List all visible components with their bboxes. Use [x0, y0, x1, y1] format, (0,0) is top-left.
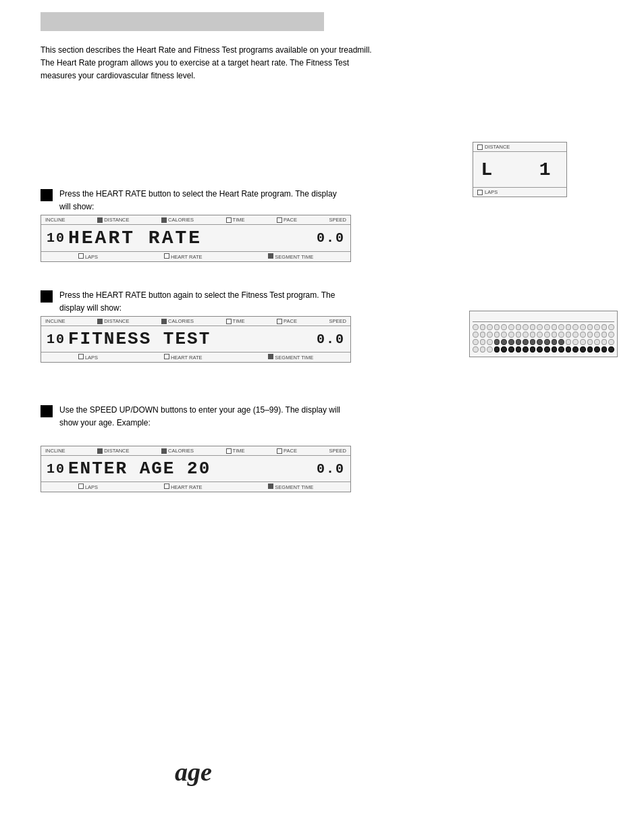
hr-label-1: HEART RATE [171, 254, 203, 260]
led-dot [487, 332, 493, 338]
led-dot [587, 346, 593, 353]
seg-check-1 [268, 253, 273, 259]
distance-check-3 [97, 448, 103, 454]
led-dot [594, 324, 600, 330]
led-dot [594, 346, 600, 353]
header-bar [41, 12, 324, 31]
led-dot [516, 339, 522, 345]
seg-label-3: SEGMENT TIME [275, 484, 313, 490]
section-3-text: Use the SPEED UP/DOWN buttons to enter y… [59, 404, 343, 429]
led-dot [516, 324, 522, 330]
led-dot [566, 332, 572, 338]
incline-label-2: INCLINE [45, 318, 65, 324]
led-dot [501, 346, 507, 353]
led-dot [601, 346, 608, 353]
heart-rate-lcd: INCLINE DISTANCE CALORIES TIME PACE SPEE… [41, 215, 351, 262]
speed-value-3: 0.0 [317, 461, 345, 477]
section-2-text: Press the HEART RATE button again to sel… [59, 289, 343, 315]
distance-check [97, 217, 103, 223]
pace-check-3 [277, 448, 282, 454]
hr-label-2: HEART RATE [171, 355, 203, 361]
seg-label-1: SEGMENT TIME [275, 254, 313, 260]
led-dot [473, 339, 479, 345]
age-label: age [175, 753, 212, 791]
led-dot [537, 324, 543, 330]
distance-laps-lcd: DISTANCE L 1 LAPS [473, 142, 567, 197]
led-dot [552, 346, 558, 353]
main-display-2: FITNESS TEST [68, 329, 317, 349]
speed-label-top-3: SPEED [329, 448, 346, 454]
led-dot [544, 324, 550, 330]
laps-check-2 [78, 354, 84, 359]
led-dot [601, 332, 608, 338]
hr-check-1 [164, 253, 169, 259]
led-dot [537, 346, 543, 353]
led-dot [566, 339, 572, 345]
distance-value-small: L 1 [481, 159, 558, 180]
led-row-4 [473, 346, 614, 353]
led-dot [501, 332, 507, 338]
led-dot [473, 346, 479, 353]
led-dot [530, 324, 536, 330]
pace-label: PACE [284, 217, 297, 223]
distance-label-3: DISTANCE [104, 448, 129, 454]
led-dot [580, 324, 586, 330]
seg-check-2 [268, 354, 273, 359]
pace-check-2 [277, 319, 282, 324]
led-dot [587, 339, 593, 345]
led-dot [572, 346, 579, 353]
calories-label-2: CALORIES [168, 318, 194, 324]
led-dot [480, 324, 486, 330]
led-dot [516, 332, 522, 338]
led-dot [608, 332, 614, 338]
led-dot [544, 346, 550, 353]
pace-label-2: PACE [284, 318, 297, 324]
led-dot [537, 339, 543, 345]
incline-value-2: 10 [47, 332, 65, 347]
main-display-3: ENTER AGE 20 [68, 459, 317, 479]
led-dot [480, 332, 486, 338]
time-check-3 [226, 448, 232, 454]
led-dot [580, 332, 586, 338]
led-dot [508, 339, 514, 345]
led-dot [608, 346, 614, 353]
led-dot [572, 332, 579, 338]
speed-value-1: 0.0 [317, 230, 345, 246]
led-dot [566, 324, 572, 330]
led-grid-header [473, 314, 614, 322]
main-display-1: HEART RATE [68, 228, 317, 249]
led-dot [552, 339, 558, 345]
fitness-test-lcd: INCLINE DISTANCE CALORIES TIME PACE SPEE… [41, 316, 351, 363]
calories-check [161, 217, 167, 223]
time-check-2 [226, 319, 232, 324]
led-dot [580, 346, 586, 353]
led-grid [469, 311, 618, 357]
body-text-1: This section describes the Heart Rate an… [41, 44, 378, 83]
laps-check-small [477, 190, 483, 195]
distance-check-small [477, 145, 483, 150]
led-dot [508, 346, 514, 353]
led-dot [494, 324, 500, 330]
led-dot [544, 332, 550, 338]
led-dot [508, 332, 514, 338]
hr-check-2 [164, 354, 169, 359]
led-dot [537, 332, 543, 338]
led-row-1 [473, 324, 614, 330]
bullet-2 [41, 290, 53, 303]
led-dot [530, 339, 536, 345]
section-1-text: Press the HEART RATE button to select th… [59, 188, 343, 213]
led-dot [516, 346, 522, 353]
pace-check [277, 217, 282, 223]
time-label: TIME [233, 217, 245, 223]
led-dot [487, 346, 493, 353]
led-dot [530, 346, 536, 353]
led-dot [508, 324, 514, 330]
led-dot [601, 324, 608, 330]
led-dot [480, 339, 486, 345]
distance-label: DISTANCE [104, 217, 129, 223]
led-dot [572, 339, 579, 345]
distance-check-2 [97, 319, 103, 324]
led-dot [580, 339, 586, 345]
distance-label-2: DISTANCE [104, 318, 129, 324]
enter-age-lcd: INCLINE DISTANCE CALORIES TIME PACE SPEE… [41, 446, 351, 492]
